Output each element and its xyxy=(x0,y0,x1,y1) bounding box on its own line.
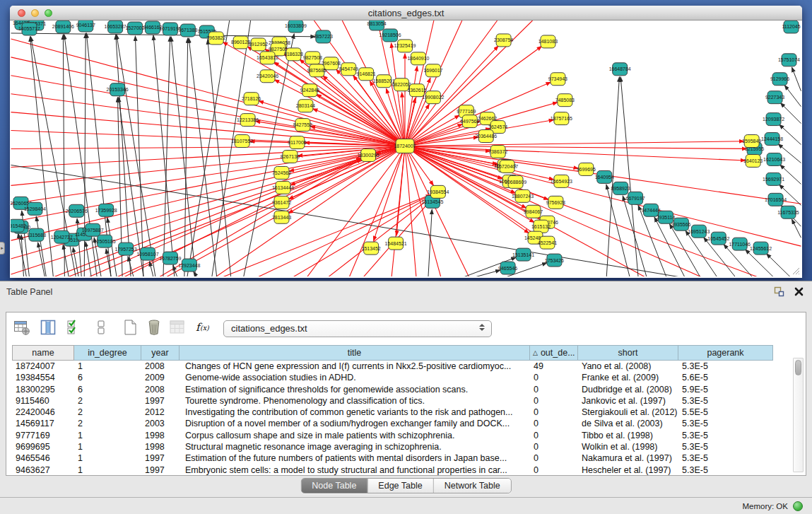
table-row[interactable]: 911546021997Tourette syndrome. Phenomeno… xyxy=(12,395,773,407)
graph-node-yellow[interactable]: 2803144 xyxy=(296,100,315,112)
graph-node-teal[interactable]: 12923448 xyxy=(178,259,200,271)
graph-node-teal[interactable]: 12093872 xyxy=(763,113,784,126)
scrollbar-thumb[interactable] xyxy=(795,360,801,375)
table-row[interactable]: 1872400712008Changes of HCN gene express… xyxy=(12,361,773,372)
graph-node-teal[interactable]: 11675335 xyxy=(777,206,799,218)
graph-node-teal[interactable]: 7857223 xyxy=(314,30,333,43)
graph-node-teal[interactable]: 17016504 xyxy=(765,193,787,206)
memory-status-indicator[interactable] xyxy=(793,501,803,511)
column-header-year[interactable]: year xyxy=(141,345,180,361)
tab-edge-table[interactable]: Edge Table xyxy=(367,479,433,493)
graph-node-yellow[interactable]: 6497568 xyxy=(460,115,479,128)
graph-node-teal[interactable]: 17957253 xyxy=(115,243,137,255)
column-header-title[interactable]: title xyxy=(180,345,530,361)
unselect-columns-button[interactable] xyxy=(91,319,111,339)
graph-node-yellow[interactable]: 1640123 xyxy=(743,154,763,167)
table-row[interactable]: 946554611997Estimation of the future num… xyxy=(12,452,773,464)
graph-node-yellow[interactable]: 2718126 xyxy=(242,93,261,105)
graph-node-yellow[interactable]: 1696017 xyxy=(423,64,442,77)
graph-node-teal[interactable]: 12505185 xyxy=(94,235,116,247)
table-row[interactable]: 1456911722003Disruption of a novel membe… xyxy=(12,418,773,429)
graph-node-teal[interactable]: 16648784 xyxy=(609,63,631,76)
graph-node-teal[interactable]: 1753426 xyxy=(545,254,564,267)
graph-node-teal[interactable]: 16210643 xyxy=(763,153,785,165)
graph-node-yellow[interactable]: 4522541 xyxy=(538,236,557,249)
graph-node-teal[interactable]: 12455612 xyxy=(750,242,772,255)
close-panel-icon[interactable] xyxy=(794,287,804,296)
graph-node-teal[interactable]: 9046137 xyxy=(76,21,95,32)
graph-node-yellow[interactable]: 18724007 xyxy=(394,139,416,153)
graph-node-yellow[interactable]: 8427552 xyxy=(293,119,312,132)
window-titlebar[interactable]: citations_edges.txt xyxy=(10,6,802,21)
graph-node-teal[interactable]: 17711046 xyxy=(729,238,751,250)
column-header-name[interactable]: name xyxy=(12,345,74,361)
graph-node-teal[interactable]: 9129966 xyxy=(770,73,789,86)
column-header-pagerank[interactable]: pagerank xyxy=(678,345,773,361)
show-columns-button[interactable] xyxy=(38,319,58,339)
table-row[interactable]: 977716911998Corpus callosum shape and si… xyxy=(12,430,773,441)
table-source-select[interactable]: citations_edges.txt xyxy=(223,320,492,337)
graph-node-yellow[interactable]: 7813443 xyxy=(272,211,291,223)
graph-node-yellow[interactable]: 2308754 xyxy=(494,34,513,47)
graph-node-yellow[interactable]: 12325419 xyxy=(394,40,416,52)
tab-node-table[interactable]: Node Table xyxy=(301,479,367,493)
graph-node-yellow[interactable]: 8267130 xyxy=(281,150,300,163)
graph-node-teal[interactable]: 12444158 xyxy=(761,133,783,146)
graph-node-teal[interactable]: 16951243 xyxy=(688,225,710,238)
graph-node-teal[interactable]: 10958107 xyxy=(137,247,159,260)
graph-node-yellow[interactable]: 7485083 xyxy=(555,94,575,107)
new-column-button[interactable] xyxy=(120,319,140,339)
graph-node-yellow[interactable]: 7963822 xyxy=(206,32,225,45)
graph-node-teal[interactable]: 1315688 xyxy=(27,228,46,241)
attribute-table-settings-button[interactable] xyxy=(12,319,32,339)
graph-node-yellow[interactable]: 9875685 xyxy=(307,64,326,77)
citation-network-graph[interactable]: 1644227205537114055717208914069046137106… xyxy=(11,21,801,276)
table-row[interactable]: 1938455462009Genome-wide association stu… xyxy=(12,372,773,383)
table-row[interactable]: 2242004622012Investigating the contribut… xyxy=(12,407,773,418)
graph-node-yellow[interactable]: 1595849 xyxy=(742,135,761,148)
graph-node-teal[interactable]: 20891406 xyxy=(52,21,74,33)
graph-node-yellow[interactable]: 1481083 xyxy=(539,35,558,48)
graph-node-yellow[interactable]: 9756928 xyxy=(546,196,565,209)
graph-node-teal[interactable]: 8813054 xyxy=(367,21,387,30)
graph-node-yellow[interactable]: 18107552 xyxy=(231,135,253,148)
graph-node-teal[interactable]: 1527002 xyxy=(125,22,144,35)
graph-node-yellow[interactable]: 9827508 xyxy=(303,52,322,64)
column-header-out_de[interactable]: △out_de... xyxy=(530,345,578,361)
graph-node-teal[interactable]: 3915482 xyxy=(11,219,26,232)
graph-node-teal[interactable]: 15692971 xyxy=(763,173,784,185)
graph-node-yellow[interactable]: 15484521 xyxy=(385,237,407,250)
graph-node-teal[interactable]: 20206576 xyxy=(66,204,88,217)
graph-node-yellow[interactable]: 18807243 xyxy=(512,189,534,202)
graph-node-yellow[interactable]: 1615132 xyxy=(531,220,551,233)
graph-node-teal[interactable]: 9227343 xyxy=(765,91,784,104)
column-header-short[interactable]: short xyxy=(578,345,678,361)
graph-node-yellow[interactable]: 7524562 xyxy=(272,166,291,179)
graph-node-teal[interactable]: 1112045 xyxy=(782,21,800,33)
resize-grip-icon[interactable] xyxy=(791,266,800,275)
delete-column-button[interactable] xyxy=(144,319,164,339)
select-all-columns-button[interactable] xyxy=(64,319,84,339)
graph-node-yellow[interactable]: 16654923 xyxy=(551,175,572,187)
table-row[interactable]: 969969511998Structural magnetic resonanc… xyxy=(12,441,773,452)
table-row[interactable]: 1830029562008Estimation of significance … xyxy=(12,384,773,395)
graph-node-teal[interactable]: 20153346 xyxy=(107,83,129,96)
graph-node-teal[interactable]: 19218506 xyxy=(379,29,401,42)
graph-node-teal[interactable]: 10653287 xyxy=(105,21,126,33)
graph-node-teal[interactable]: 9671388 xyxy=(178,24,197,37)
graph-node-teal[interactable]: 17359928 xyxy=(95,204,117,216)
graph-node-yellow[interactable]: 9242848 xyxy=(300,84,319,97)
tab-network-table[interactable]: Network Table xyxy=(433,479,511,493)
graph-node-teal[interactable]: 1640954 xyxy=(595,170,614,183)
table-row[interactable]: 946362711997Embryonic stem cells: a mode… xyxy=(12,465,773,476)
graph-node-yellow[interactable]: 8186328 xyxy=(284,48,303,61)
graph-node-yellow[interactable]: 7386372 xyxy=(488,146,507,158)
graph-node-teal[interactable]: 16033809 xyxy=(285,21,307,33)
graph-node-teal[interactable]: 6679197 xyxy=(626,192,645,204)
table-scrollbar[interactable] xyxy=(793,358,804,472)
graph-node-yellow[interactable]: 9361472 xyxy=(272,196,291,209)
graph-node-teal[interactable]: 10545452 xyxy=(707,232,729,245)
graph-node-yellow[interactable]: 1513452 xyxy=(362,242,381,255)
graph-node-teal[interactable]: 15751074 xyxy=(778,54,800,66)
function-builder-button[interactable]: f(x) xyxy=(194,319,213,339)
